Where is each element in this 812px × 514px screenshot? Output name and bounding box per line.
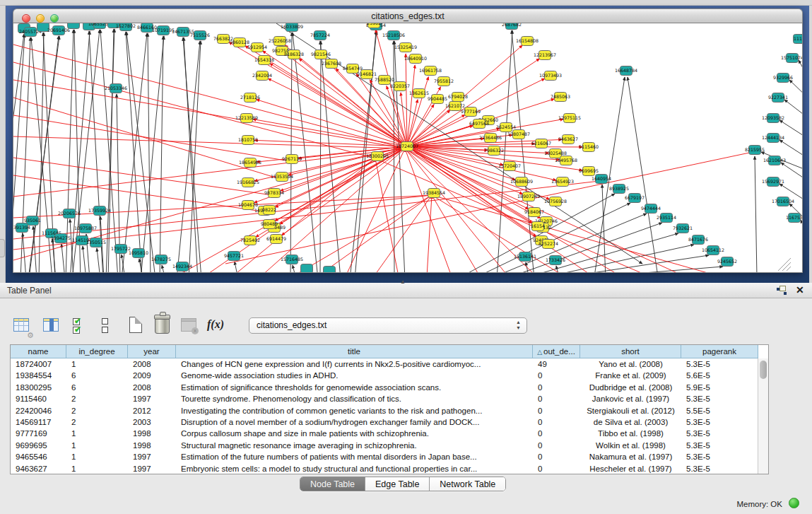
cell-name[interactable]: 22420046 [11,405,66,416]
table-panel-header[interactable]: ▲ Table Panel ✕ [0,283,812,298]
column-header-title[interactable]: title [176,345,533,358]
clear-selection-icon[interactable] [95,315,117,337]
column-header-year[interactable]: year [128,345,176,358]
cell-in_degree[interactable]: 2 [66,416,128,428]
cell-in_degree[interactable]: 1 [66,451,128,462]
scrollbar-thumb[interactable] [760,361,767,379]
column-header-pagerank[interactable]: pagerank [681,345,758,358]
tab-network-table[interactable]: Network Table [430,477,505,491]
cell-name[interactable]: 9699695 [11,440,66,451]
vertical-scrollbar[interactable] [758,358,768,474]
cell-pagerank[interactable]: 5.3E-5 [681,440,758,451]
cell-short[interactable]: Hescheler et al. (1997) [580,463,681,474]
cell-year[interactable]: 1997 [128,463,176,474]
cell-pagerank[interactable]: 5.3E-5 [681,428,758,439]
cell-short[interactable]: Nakamura et al. (1997) [580,451,681,462]
column-header-name[interactable]: name [11,345,66,358]
cell-title[interactable]: Investigating the contribution of common… [176,405,533,416]
cell-in_degree[interactable]: 1 [66,463,128,474]
cell-short[interactable]: Franke et al. (2009) [580,370,681,381]
delete-table-icon[interactable] [152,315,173,337]
cell-out_de[interactable]: 49 [533,358,580,370]
cell-title[interactable]: Structural magnetic resonance image aver… [176,440,533,451]
table-row[interactable]: 1872400712008Changes of HCN gene express… [11,358,758,370]
node-table[interactable]: namein_degreeyeartitle△out_de...shortpag… [10,344,769,474]
cell-title[interactable]: Corpus callosum shape and size in male p… [176,428,533,439]
cell-title[interactable]: Embryonic stem cells: a model to study s… [176,463,533,474]
cell-title[interactable]: Tourette syndrome. Phenomenology and cla… [176,393,533,404]
column-header-short[interactable]: short [580,345,681,358]
cell-pagerank[interactable]: 5.3E-5 [681,451,758,462]
cell-pagerank[interactable]: 5.3E-5 [681,358,758,370]
select-all-icon[interactable] [69,315,90,337]
cell-out_de[interactable]: 0 [533,405,580,416]
cell-in_degree[interactable]: 2 [66,393,128,404]
cell-out_de[interactable]: 0 [533,370,580,381]
table-row[interactable]: 977716911998Corpus callosum shape and si… [11,428,758,439]
cell-name[interactable]: 9463627 [11,463,66,474]
table-select-dropdown[interactable]: citations_edges.txt ▲▼ [249,317,527,334]
table-row[interactable]: 1938455462009Genome-wide association stu… [11,370,758,381]
cell-year[interactable]: 2012 [128,405,176,416]
graph-node[interactable] [301,264,313,274]
table-settings-icon[interactable]: ⚙ [11,315,33,337]
show-columns-icon[interactable] [41,315,62,337]
cell-in_degree[interactable]: 1 [66,428,128,439]
memory-status-icon[interactable] [789,498,799,508]
cell-name[interactable]: 18300295 [11,382,66,393]
cell-in_degree[interactable]: 1 [66,358,128,370]
cell-short[interactable]: Wolkin et al. (1998) [580,440,681,451]
cell-pagerank[interactable]: 5.3E-5 [681,463,758,474]
cell-pagerank[interactable]: 5.6E-5 [681,370,758,381]
tab-edge-table[interactable]: Edge Table [365,477,430,491]
cell-short[interactable]: Dudbridge et al. (2008) [580,382,681,393]
table-row[interactable]: 911546021997Tourette syndrome. Phenomeno… [11,393,758,404]
cell-out_de[interactable]: 0 [533,393,580,404]
cell-title[interactable]: Estimation of significance thresholds fo… [176,382,533,393]
cell-year[interactable]: 1998 [128,428,176,439]
cell-in_degree[interactable]: 6 [66,370,128,381]
cell-name[interactable]: 9777169 [11,428,66,439]
cell-year[interactable]: 1997 [128,393,176,404]
citation-network-graph[interactable]: 2405572420691406106552571527802846616010… [13,23,803,273]
table-row[interactable]: 946362711997Embryonic stem cells: a mode… [11,463,758,474]
table-row[interactable]: 1830029562008Estimation of significance … [11,382,758,393]
graph-node[interactable] [324,267,336,274]
close-panel-icon[interactable]: ✕ [796,284,804,296]
function-builder-icon[interactable]: f(x) [207,318,233,339]
cell-out_de[interactable]: 0 [533,428,580,439]
network-canvas[interactable]: 2405572420691406106552571527802846616010… [13,23,803,273]
network-window[interactable]: citations_edges.txt 24055724206914061065… [13,8,803,273]
cell-short[interactable]: Tibbo et al. (1998) [580,428,681,439]
cell-out_de[interactable]: 0 [533,382,580,393]
cell-title[interactable]: Changes of HCN gene expression and I(f) … [176,358,533,370]
new-table-icon[interactable] [126,315,147,337]
cell-out_de[interactable]: 0 [533,451,580,462]
cell-name[interactable]: 14569117 [11,416,66,428]
cell-in_degree[interactable]: 6 [66,382,128,393]
cell-short[interactable]: de Silva et al. (2003) [580,416,681,428]
cell-year[interactable]: 2003 [128,416,176,428]
graph-node[interactable] [68,23,80,29]
hidden-panel-handle[interactable] [0,239,5,257]
split-divider-handle[interactable]: ▲ [400,279,406,285]
cell-year[interactable]: 2009 [128,370,176,381]
cell-out_de[interactable]: 0 [533,463,580,474]
cell-short[interactable]: Stergiakouli et al. (2012) [580,405,681,416]
table-row[interactable]: 2242004622012Investigating the contribut… [11,405,758,416]
cell-name[interactable]: 19384554 [11,370,66,381]
cell-pagerank[interactable]: 5.5E-5 [681,405,758,416]
cell-in_degree[interactable]: 1 [66,440,128,451]
cell-year[interactable]: 2008 [128,382,176,393]
table-row[interactable]: 969969511998Structural magnetic resonanc… [11,440,758,451]
cell-pagerank[interactable]: 5.3E-5 [681,416,758,428]
cell-title[interactable]: Estimation of the future numbers of pati… [176,451,533,462]
cell-title[interactable]: Disruption of a novel member of a sodium… [176,416,533,428]
cell-name[interactable]: 9465546 [11,451,66,462]
cell-out_de[interactable]: 0 [533,416,580,428]
cell-short[interactable]: Yano et al. (2008) [580,358,681,370]
column-header-out_de[interactable]: △out_de... [533,345,580,358]
cell-pagerank[interactable]: 5.9E-5 [681,382,758,393]
cell-year[interactable]: 2008 [128,358,176,370]
cell-name[interactable]: 18724007 [11,358,66,370]
